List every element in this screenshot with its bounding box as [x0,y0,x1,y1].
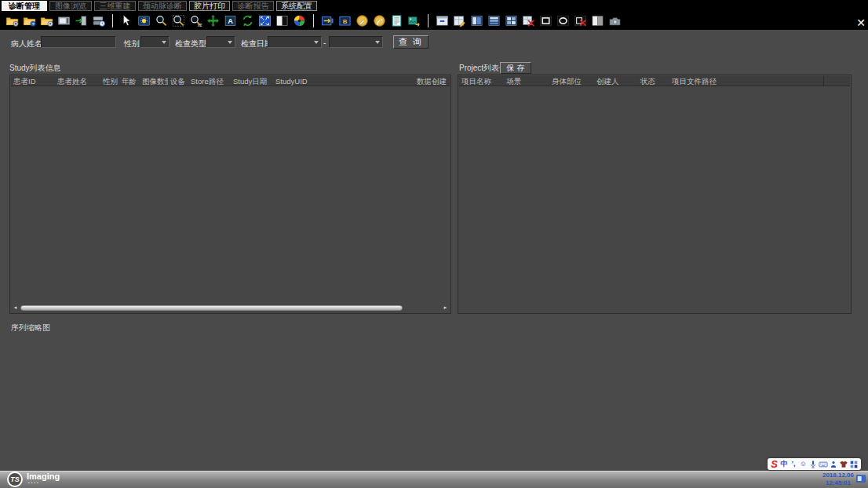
project-table-header: 项目名称场景身体部位创建人状态项目文件路径 [459,76,850,86]
layout-edit-icon[interactable] [452,13,467,28]
column-header[interactable]: 数据创建 [410,76,450,86]
column-header[interactable]: 身体部位 [549,76,594,86]
rotate-icon[interactable] [240,13,255,28]
chinese-mode-icon[interactable]: 中 [779,459,788,469]
column-header[interactable]: 患者姓名 [55,76,100,86]
roi-rect-icon[interactable] [538,13,553,28]
export-image-icon[interactable] [407,13,421,28]
voice-input-icon[interactable] [808,459,818,469]
column-header[interactable]: 创建人 [594,76,638,86]
close-button[interactable]: ✕ [856,17,866,28]
report-icon[interactable] [389,13,404,28]
zoom-region-icon[interactable] [171,13,186,28]
transfer-icon[interactable] [320,13,335,28]
folder-network-icon[interactable] [22,13,37,28]
layout-delete-icon[interactable] [521,13,536,28]
study-horizontal-scrollbar[interactable]: ◄ ► [12,304,449,311]
punctuation-icon[interactable]: ’, [790,459,798,469]
scroll-thumb[interactable] [20,305,403,311]
browse-b-icon[interactable]: B [337,13,352,28]
punctuation-icon-glyph: ’, [792,459,796,469]
column-header[interactable]: 设备 [168,76,188,86]
folder-cd-icon[interactable] [39,13,54,28]
column-header[interactable]: 图像数量 [140,76,168,86]
tab-diagnosis-report[interactable]: 诊断报告 [232,1,274,11]
column-header[interactable]: 项目名称 [459,76,504,86]
split-view-icon[interactable] [590,13,605,28]
roi-delete-icon[interactable] [573,13,588,28]
roi-ellipse-icon[interactable] [556,13,571,28]
study-table-header: 患者ID患者姓名性别年龄图像数量设备Store路径Study日期StudyUID… [11,76,450,86]
capture-icon[interactable] [607,13,622,28]
taskbar-time: 12:45:01 [822,479,854,487]
pan-icon[interactable] [206,13,221,28]
project-list-panel: 项目名称场景身体部位创建人状态项目文件路径 [458,75,852,314]
film-view-icon[interactable] [57,13,71,28]
exam-date-to-select[interactable] [329,36,383,48]
top-bar: 诊断管理图像浏览三维重建颈动脉诊断胶片打印诊断报告系统配置 x2AB [0,0,868,30]
import-study-icon[interactable] [74,13,89,28]
input-method-bar: S中’,☺ [768,458,861,470]
handwriting-icon[interactable] [829,459,838,469]
column-header[interactable]: 状态 [638,76,669,86]
measure-pencil-icon[interactable] [355,13,370,28]
language-bar-icon[interactable] [855,472,866,482]
column-header[interactable]: 年龄 [119,76,140,86]
window-level-icon[interactable] [137,13,151,28]
scroll-left-arrow-icon[interactable]: ◄ [12,305,19,310]
series-thumbnail-label: 序列缩略图 [11,322,50,333]
column-header[interactable]: 场景 [504,76,549,86]
column-header[interactable]: StudyUID [273,76,410,86]
emoji-icon[interactable]: ☺ [799,459,808,469]
application-window: 诊断管理图像浏览三维重建颈动脉诊断胶片打印诊断报告系统配置 x2AB ✕ 病人姓… [0,0,868,488]
exam-date-from-select[interactable] [268,36,322,48]
svg-text:B: B [343,18,348,25]
toolbar-separator [112,14,113,27]
brand-subtext: ▪▪▪▪ [28,481,40,485]
exam-type-select[interactable] [206,36,235,48]
archive-server-icon[interactable] [91,13,106,28]
zoom-icon[interactable] [154,13,169,28]
tab-3d-reconstruction[interactable]: 三维重建 [94,1,136,11]
svg-text:A: A [228,17,233,25]
scroll-right-arrow-icon[interactable]: ► [442,305,449,310]
date-range-separator: - [323,38,326,47]
layout-rows-icon[interactable] [487,13,501,28]
column-header[interactable]: Study日期 [231,76,273,86]
column-header[interactable]: 项目文件路径 [669,76,823,86]
tab-film-print[interactable]: 胶片打印 [189,1,230,11]
column-header[interactable]: Store路径 [188,76,231,86]
tab-diagnosis-management[interactable]: 诊断管理 [2,1,47,11]
study-panel-title: Study列表信息 [9,63,61,74]
sogou-logo-icon-glyph: S [771,458,778,470]
palette-icon[interactable] [292,13,307,28]
skin-icon[interactable] [839,459,848,469]
chinese-mode-icon-glyph: 中 [780,459,787,469]
taskbar-clock: 2018.12.06 12:45:01 [822,472,854,487]
layout-grid-icon[interactable] [504,13,519,28]
zoom-x2-icon[interactable]: x2 [188,13,203,28]
save-button[interactable]: 保 存 [500,62,531,74]
folder-settings-icon[interactable] [5,13,20,28]
tab-carotid-diagnosis[interactable]: 颈动脉诊断 [138,1,187,11]
column-header[interactable]: 性别 [100,76,119,86]
measure-tools-icon[interactable] [372,13,387,28]
layout-2col-icon[interactable] [469,13,484,28]
gender-select[interactable] [140,36,170,48]
sogou-logo-icon[interactable]: S [770,459,779,469]
layout-minus-icon[interactable] [435,13,450,28]
emoji-icon-glyph: ☺ [800,459,807,469]
column-header[interactable]: 患者ID [11,76,55,86]
svg-text:x2: x2 [198,23,202,27]
cursor-icon[interactable] [119,13,134,28]
query-button[interactable]: 查 询 [393,35,429,49]
soft-keyboard-icon[interactable] [819,459,828,469]
annotation-icon[interactable]: A [223,13,238,28]
taskbar [0,471,868,488]
invert-icon[interactable] [275,13,290,28]
tab-system-config[interactable]: 系统配置 [276,1,317,11]
tab-image-browse[interactable]: 图像浏览 [49,1,92,11]
patient-name-input[interactable] [41,36,116,48]
toolbox-icon[interactable] [849,459,859,469]
fit-screen-icon[interactable] [257,13,272,28]
